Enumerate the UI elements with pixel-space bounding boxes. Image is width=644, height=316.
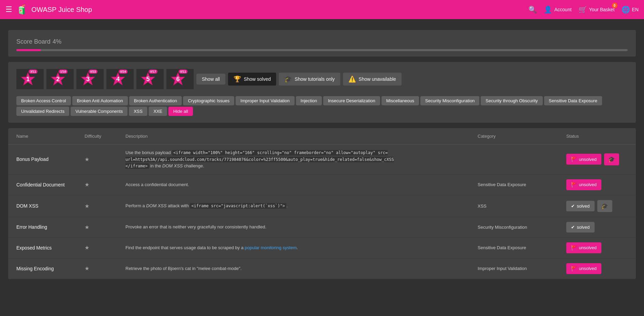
account-icon: 👤 <box>544 5 552 14</box>
star-badge-5: 0/17 <box>149 70 158 74</box>
flag-icon-1: 🚩 <box>571 156 577 162</box>
difficulty-5: ★ <box>85 244 125 251</box>
show-tutorials-button[interactable]: 🎓 Show tutorials only <box>279 73 340 86</box>
table-row: DOM XSS ★ Perform a DOM XSS attack with … <box>8 195 636 217</box>
status-cell-3: ✔ solved 🎓 <box>566 200 628 212</box>
tutorials-icon: 🎓 <box>284 75 292 83</box>
tutorial-icon-3: 🎓 <box>601 203 608 209</box>
star-shape-5: 5 0/17 <box>140 72 155 87</box>
tutorial-icon-1: 🎓 <box>608 156 615 162</box>
chip-broken-anti[interactable]: Broken Anti Automation <box>72 96 128 105</box>
hide-all-button[interactable]: Hide all <box>168 107 193 116</box>
star-number-3: 3 <box>86 76 90 83</box>
check-icon-3: ✔ <box>571 204 575 209</box>
star-badge-1: 3/11 <box>29 70 38 74</box>
filter-section: 1 3/11 2 1/10 <box>8 62 636 123</box>
monitoring-link[interactable]: popular monitoring system <box>245 245 297 250</box>
flag-icon-5: 🚩 <box>571 245 577 251</box>
difficulty-6: ★ <box>85 265 125 272</box>
progress-bar <box>16 49 628 51</box>
chip-xxe[interactable]: XXE <box>149 107 167 116</box>
language-button[interactable]: 🌐 EN <box>621 5 639 14</box>
star-card-6[interactable]: 6 0/11 <box>166 69 194 89</box>
col-difficulty: Difficulty <box>85 134 125 139</box>
challenge-name: Error Handling <box>16 224 85 230</box>
star-number-6: 6 <box>176 76 180 83</box>
unsolved-button-5[interactable]: 🚩 unsolved <box>566 242 601 253</box>
cart-icon: 🛒 <box>579 5 587 14</box>
description-3: Perform a DOM XSS attack with <iframe sr… <box>125 202 478 209</box>
chip-broken-auth[interactable]: Broken Authentication <box>129 96 182 105</box>
show-unavailable-button[interactable]: ⚠️ Show unavailable <box>343 73 402 86</box>
category-2: Sensitive Data Exposure <box>478 182 566 187</box>
solved-button-3[interactable]: ✔ solved <box>566 201 595 211</box>
show-unavailable-label: Show unavailable <box>359 76 396 82</box>
language-label: EN <box>632 7 639 12</box>
tutorial-button-1[interactable]: 🎓 <box>604 153 619 165</box>
star-number-4: 4 <box>116 76 120 83</box>
status-cell-4: ✔ solved <box>566 222 628 232</box>
chip-insecure-deserialization[interactable]: Insecure Deserialization <box>323 96 380 105</box>
basket-button[interactable]: 🛒 Your Basket <box>579 5 615 14</box>
unsolved-button-1[interactable]: 🚩 unsolved <box>566 154 601 165</box>
star-badge-2: 1/10 <box>59 70 68 74</box>
star-badge-6: 0/11 <box>179 70 188 74</box>
star-shape-3: 3 0/22 <box>80 72 95 87</box>
category-3: XSS <box>478 204 566 209</box>
star-card-5[interactable]: 5 0/17 <box>136 69 164 89</box>
chip-improper-input[interactable]: Improper Input Validation <box>236 96 294 105</box>
search-button[interactable]: 🔍 <box>528 5 537 14</box>
topbar-left: ☰ 🧃 OWASP Juice Shop <box>5 4 92 15</box>
app-title: OWASP Juice Shop <box>31 6 92 14</box>
unsolved-button-6[interactable]: 🚩 unsolved <box>566 263 601 274</box>
star-card-3[interactable]: 3 0/22 <box>76 69 104 89</box>
globe-icon: 🌐 <box>621 5 630 14</box>
unsolved-button-2[interactable]: 🚩 unsolved <box>566 179 601 190</box>
description-1: Use the bonus payload <iframe width="100… <box>125 149 478 169</box>
chip-vulnerable[interactable]: Vulnerable Components <box>71 107 128 116</box>
show-tutorials-label: Show tutorials only <box>295 76 335 82</box>
star-card-4[interactable]: 4 0/24 <box>106 69 134 89</box>
filter-buttons: Show all 🏆 Show solved 🎓 Show tutorials … <box>196 73 628 86</box>
topbar: ☰ 🧃 OWASP Juice Shop 🔍 👤 Account 🛒 Your … <box>0 0 644 19</box>
category-chips: Broken Access Control Broken Anti Automa… <box>16 96 628 116</box>
challenge-name: Exposed Metrics <box>16 245 85 251</box>
hamburger-icon[interactable]: ☰ <box>5 5 12 14</box>
chip-unvalidated[interactable]: Unvalidated Redirects <box>16 107 69 116</box>
star-number-5: 5 <box>146 76 150 83</box>
solved-button-4[interactable]: ✔ solved <box>566 222 595 232</box>
chip-security-obscurity[interactable]: Security through Obscurity <box>481 96 542 105</box>
star-card-2[interactable]: 2 1/10 <box>46 69 74 89</box>
challenges-section: Name Difficulty Description Category Sta… <box>8 128 636 279</box>
chip-cryptographic[interactable]: Cryptographic Issues <box>183 96 234 105</box>
star-card-1[interactable]: 1 3/11 <box>16 69 44 89</box>
check-icon-4: ✔ <box>571 225 575 230</box>
show-all-button[interactable]: Show all <box>196 74 225 85</box>
challenge-name: DOM XSS <box>16 203 85 209</box>
show-solved-button[interactable]: 🏆 Show solved <box>228 73 276 86</box>
category-4: Security Misconfiguration <box>478 225 566 230</box>
challenge-name: Bonus Payload <box>16 156 85 162</box>
show-all-label: Show all <box>202 76 220 82</box>
account-button[interactable]: 👤 Account <box>544 5 572 14</box>
show-solved-label: Show solved <box>244 76 271 82</box>
account-label: Account <box>554 7 572 12</box>
star-badge-4: 0/24 <box>119 70 128 74</box>
stars-row: 1 3/11 2 1/10 <box>16 69 628 89</box>
chip-injection[interactable]: Injection <box>296 96 322 105</box>
chip-xss[interactable]: XSS <box>129 107 147 116</box>
chip-security-misconfig[interactable]: Security Misconfiguration <box>420 96 479 105</box>
status-cell-1: 🚩 unsolved 🎓 <box>566 153 628 165</box>
tutorial-button-3[interactable]: 🎓 <box>597 200 612 212</box>
chip-broken-access[interactable]: Broken Access Control <box>16 96 71 105</box>
chip-sensitive-data[interactable]: Sensitive Data Exposure <box>544 96 602 105</box>
table-row: Exposed Metrics ★ Find the endpoint that… <box>8 238 636 258</box>
description-6: Retrieve the photo of Bjoern's cat in "m… <box>125 265 478 272</box>
difficulty-2: ★ <box>85 181 125 188</box>
topbar-right: 🔍 👤 Account 🛒 Your Basket 0 🌐 EN <box>528 5 639 14</box>
star-shape-1: 1 3/11 <box>20 72 35 87</box>
status-cell-6: 🚩 unsolved <box>566 263 628 274</box>
chip-miscellaneous[interactable]: Miscellaneous <box>381 96 419 105</box>
main-content: Score Board 4% 1 3/11 <box>0 0 644 287</box>
col-category: Category <box>478 134 566 139</box>
